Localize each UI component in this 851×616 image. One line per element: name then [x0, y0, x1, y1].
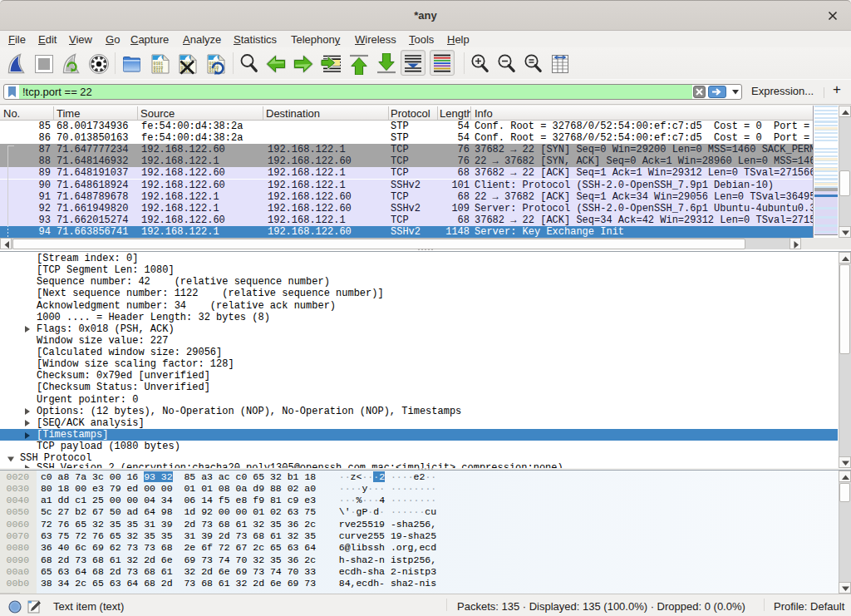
svg-text:0111: 0111 — [154, 69, 164, 73]
